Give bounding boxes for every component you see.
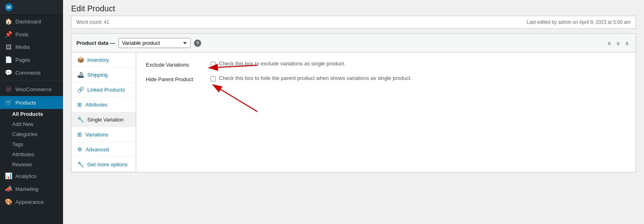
pages-icon: 📄 — [5, 56, 12, 63]
sidebar-item-label: WooCommerce — [15, 86, 52, 92]
products-icon: 🛒 — [5, 99, 12, 106]
tab-get-more-options-label: Get more options — [87, 161, 128, 167]
product-type-select[interactable]: Simple product Variable product Grouped … — [118, 38, 191, 48]
inventory-tab-icon: 📦 — [77, 57, 84, 63]
sidebar-item-dashboard[interactable]: 🏠 Dashboard — [0, 15, 63, 28]
tab-single-variation[interactable]: 🔧 Single Variation — [72, 112, 136, 127]
tab-shipping[interactable]: 🚢 Shipping — [72, 67, 136, 82]
appearance-icon: 🎨 — [5, 198, 12, 205]
exclude-variations-field: Exclude Variations Check this box to exc… — [146, 61, 626, 68]
hide-parent-product-checkbox[interactable] — [210, 76, 216, 82]
products-submenu: All Products Add New Categories Tags Att… — [0, 109, 63, 170]
analytics-icon: 📊 — [5, 172, 12, 180]
sidebar-item-marketing[interactable]: 📣 Marketing — [0, 182, 63, 195]
variations-tab-icon: ⊞ — [77, 131, 82, 138]
tab-inventory[interactable]: 📦 Inventory — [72, 52, 136, 67]
hide-parent-product-label: Hide Parent Product — [146, 75, 210, 82]
tab-attributes[interactable]: ⊞ Attributes — [72, 97, 136, 112]
hide-parent-product-desc: Check this box to hide the parent produc… — [219, 75, 412, 81]
tab-variations-label: Variations — [85, 132, 108, 138]
get-more-options-tab-icon: 🔧 — [77, 161, 84, 167]
sidebar-item-label: Analytics — [15, 173, 36, 179]
sidebar-item-label: Appearance — [15, 199, 44, 205]
tab-linked-products[interactable]: 🔗 Linked Products — [72, 82, 136, 97]
tab-advanced-label: Advanced — [86, 147, 109, 153]
page-header: Edit Product — [63, 0, 644, 16]
tab-variations[interactable]: ⊞ Variations — [72, 127, 136, 142]
tab-shipping-label: Shipping — [87, 72, 108, 78]
sidebar-item-pages[interactable]: 📄 Pages — [0, 53, 63, 66]
woocommerce-icon: Ⓦ — [5, 86, 12, 93]
sidebar-item-woocommerce[interactable]: Ⓦ WooCommerce — [0, 83, 63, 96]
collapse-toggle-button[interactable]: ∧ — [623, 39, 631, 47]
svg-line-2 — [213, 85, 257, 113]
sidebar-item-label: Marketing — [15, 186, 38, 192]
linked-products-tab-icon: 🔗 — [77, 86, 84, 93]
product-data-body: 📦 Inventory 🚢 Shipping 🔗 Linked Products… — [72, 52, 636, 172]
single-variation-tab-icon: 🔧 — [77, 116, 84, 123]
tab-linked-products-label: Linked Products — [87, 87, 125, 93]
collapse-up-button[interactable]: ∧ — [606, 39, 613, 47]
wp-logo-icon: W — [5, 3, 13, 11]
sidebar-item-media[interactable]: 🖼 Media — [0, 41, 63, 53]
shipping-tab-icon: 🚢 — [77, 71, 84, 78]
sidebar-item-products[interactable]: 🛒 Products — [0, 96, 63, 109]
sidebar: W 🏠 Dashboard 📌 Posts 🖼 Media 📄 Pages 💬 … — [0, 0, 63, 224]
exclude-variations-checkbox[interactable] — [210, 62, 216, 67]
sub-item-tags[interactable]: Tags — [0, 139, 63, 149]
sidebar-item-analytics[interactable]: 📊 Analytics — [0, 170, 63, 182]
sub-item-categories[interactable]: Categories — [0, 129, 63, 139]
media-icon: 🖼 — [5, 44, 12, 50]
exclude-variations-desc: Check this box to exclude variations as … — [219, 61, 345, 67]
comments-icon: 💬 — [5, 69, 12, 76]
posts-icon: 📌 — [5, 31, 12, 38]
tab-single-variation-label: Single Variation — [87, 117, 124, 123]
hide-parent-product-field: Hide Parent Product Check this box to hi… — [146, 75, 626, 82]
tab-get-more-options[interactable]: 🔧 Get more options — [72, 157, 136, 172]
sidebar-item-label: Dashboard — [15, 19, 41, 25]
sidebar-item-label: Comments — [15, 70, 41, 76]
product-tabs: 📦 Inventory 🚢 Shipping 🔗 Linked Products… — [72, 52, 136, 172]
sub-item-add-new[interactable]: Add New — [0, 119, 63, 129]
exclude-variations-control: Check this box to exclude variations as … — [210, 61, 345, 67]
word-count-bar: Word count: 41 Last edited by admin on A… — [71, 16, 636, 29]
exclude-variations-label: Exclude Variations — [146, 61, 210, 68]
marketing-icon: 📣 — [5, 185, 12, 193]
tab-inventory-label: Inventory — [87, 57, 109, 63]
sidebar-item-label: Media — [15, 44, 29, 50]
word-count-text: Word count: 41 — [76, 19, 109, 25]
hide-parent-product-control: Check this box to hide the parent produc… — [210, 75, 412, 82]
attributes-tab-icon: ⊞ — [77, 101, 82, 108]
sidebar-logo: W — [0, 0, 63, 15]
sub-item-all-products[interactable]: All Products — [0, 109, 63, 119]
help-icon[interactable]: ? — [194, 40, 201, 47]
tab-attributes-label: Attributes — [85, 102, 107, 108]
sidebar-item-label: Pages — [15, 57, 30, 63]
sub-item-attributes[interactable]: Attributes — [0, 149, 63, 159]
sidebar-item-comments[interactable]: 💬 Comments — [0, 66, 63, 79]
sidebar-item-appearance[interactable]: 🎨 Appearance — [0, 195, 63, 208]
advanced-tab-icon: ⚙ — [77, 146, 82, 153]
product-data-header: Product data — Simple product Variable p… — [72, 34, 636, 52]
main-content: Edit Product Word count: 41 Last edited … — [63, 0, 644, 224]
collapse-buttons: ∧ ∨ ∧ — [606, 39, 631, 47]
product-data-label: Product data — — [76, 40, 115, 46]
dashboard-icon: 🏠 — [5, 18, 12, 25]
last-edited-text: Last edited by admin on April 9, 2023 at… — [526, 19, 631, 25]
page-title: Edit Product — [71, 4, 636, 13]
collapse-down-button[interactable]: ∨ — [615, 39, 622, 47]
sub-item-reviews[interactable]: Reviews — [0, 159, 63, 170]
sidebar-item-posts[interactable]: 📌 Posts — [0, 28, 63, 41]
product-data-section: Product data — Simple product Variable p… — [71, 33, 636, 172]
sidebar-item-label: Products — [15, 100, 36, 106]
tab-advanced[interactable]: ⚙ Advanced — [72, 142, 136, 157]
product-content: Exclude Variations Check this box to exc… — [136, 52, 636, 172]
sidebar-item-label: Posts — [15, 31, 29, 38]
